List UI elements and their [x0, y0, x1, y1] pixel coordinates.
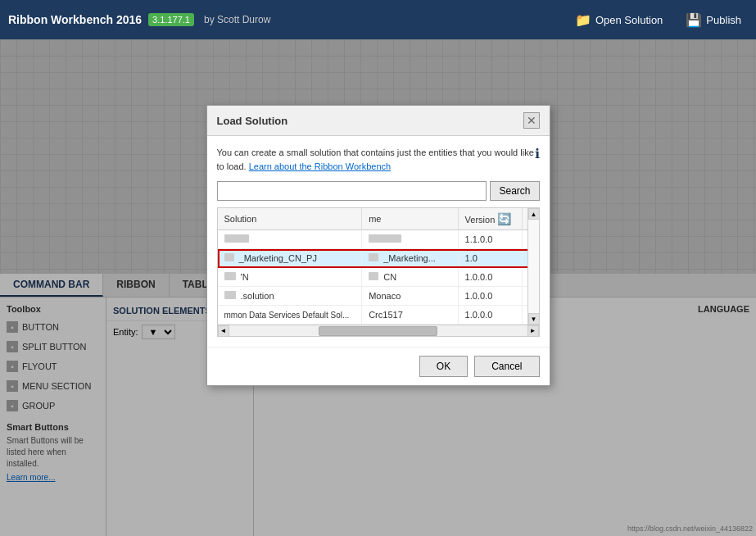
placeholder-block [369, 234, 401, 243]
scroll-down-button[interactable]: ▼ [528, 313, 540, 325]
table-cell-solution: .solution [218, 287, 362, 306]
search-row: Search [217, 181, 540, 201]
table-cell-solution: _Marketing_CN_PJ [218, 249, 362, 268]
modal-description: You can create a small solution that con… [217, 146, 540, 173]
table-cell-name: _Marketing... [362, 249, 458, 268]
scroll-up-button[interactable]: ▲ [528, 208, 540, 220]
scroll-right-button[interactable]: ► [527, 325, 539, 337]
load-solution-dialog: Load Solution ✕ ℹ You can create a small… [206, 105, 550, 386]
search-input[interactable] [217, 181, 487, 201]
ok-button[interactable]: OK [419, 356, 468, 377]
scroll-h-track [229, 325, 527, 337]
table-cell-name [362, 230, 458, 249]
title-bar: Ribbon Workbench 2016 3.1.177.1 by Scott… [0, 0, 756, 39]
table-cell-solution: mmon Data Services Default Sol... [218, 306, 362, 325]
refresh-icon[interactable]: 🔄 [497, 212, 511, 225]
table-cell-solution [218, 230, 362, 249]
table-cell-version: 1.0.0.0 [458, 306, 522, 325]
publish-label: Publish [706, 14, 741, 26]
table-row[interactable]: mmon Data Services Default Sol... Crc151… [218, 306, 539, 325]
app-author: by Scott Durow [204, 14, 270, 25]
modal-overlay: Load Solution ✕ ℹ You can create a small… [0, 39, 756, 536]
publish-icon: 💾 [686, 12, 702, 28]
info-icon[interactable]: ℹ [535, 146, 540, 161]
table-cell-solution: 'N [218, 268, 362, 287]
col-solution: Solution [218, 208, 362, 230]
main-area: COMMAND BAR RIBBON TABLET Toolbox ▪ BUTT… [0, 39, 756, 536]
publish-button[interactable]: 💾 Publish [679, 9, 748, 31]
open-solution-button[interactable]: 📁 Open Solution [568, 9, 669, 31]
solution-table: Solution me Version 🔄 [218, 208, 539, 325]
version-badge: 3.1.177.1 [148, 13, 194, 26]
modal-header: Load Solution ✕ [207, 106, 550, 136]
placeholder-block [224, 253, 234, 261]
table-cell-version: 1.0 [458, 249, 522, 268]
table-cell-version: 1.0.0.0 [458, 268, 522, 287]
table-cell-version: 1.0.0.0 [458, 287, 522, 306]
table-row[interactable]: .solution Monaco 1.0.0.0 [218, 287, 539, 306]
col-name: me [362, 208, 458, 230]
table-row[interactable]: 1.1.0.0 [218, 230, 539, 249]
solution-table-wrapper: Solution me Version 🔄 [217, 207, 540, 337]
table-cell-version: 1.1.0.0 [458, 230, 522, 249]
table-cell-name: Crc1517 [362, 306, 458, 325]
scroll-h-thumb[interactable] [319, 326, 438, 336]
open-solution-label: Open Solution [595, 14, 663, 26]
col-version: Version 🔄 [458, 208, 522, 230]
table-cell-name: Monaco [362, 287, 458, 306]
scroll-left-button[interactable]: ◄ [218, 325, 229, 337]
scroll-track [528, 220, 539, 313]
search-button[interactable]: Search [490, 181, 539, 201]
placeholder-block [369, 253, 378, 261]
modal-body: ℹ You can create a small solution that c… [207, 136, 550, 347]
placeholder-block [224, 291, 236, 299]
app-title: Ribbon Workbench 2016 [8, 13, 142, 26]
table-row[interactable]: _Marketing_CN_PJ _Marketing... 1.0 [218, 249, 539, 268]
vertical-scrollbar[interactable]: ▲ ▼ [527, 208, 539, 325]
folder-icon: 📁 [575, 12, 591, 28]
table-cell-name: CN [362, 268, 458, 287]
learn-about-link[interactable]: Learn about the Ribbon Workbench [249, 161, 391, 171]
cancel-button[interactable]: Cancel [474, 356, 539, 377]
modal-title: Load Solution [217, 115, 288, 127]
table-row[interactable]: 'N CN 1.0.0.0 [218, 268, 539, 287]
modal-footer: OK Cancel [207, 347, 550, 385]
placeholder-block [224, 234, 249, 243]
horizontal-scrollbar[interactable]: ◄ ► [218, 325, 539, 336]
placeholder-block [224, 272, 236, 280]
placeholder-block [369, 272, 378, 280]
close-button[interactable]: ✕ [523, 112, 540, 129]
